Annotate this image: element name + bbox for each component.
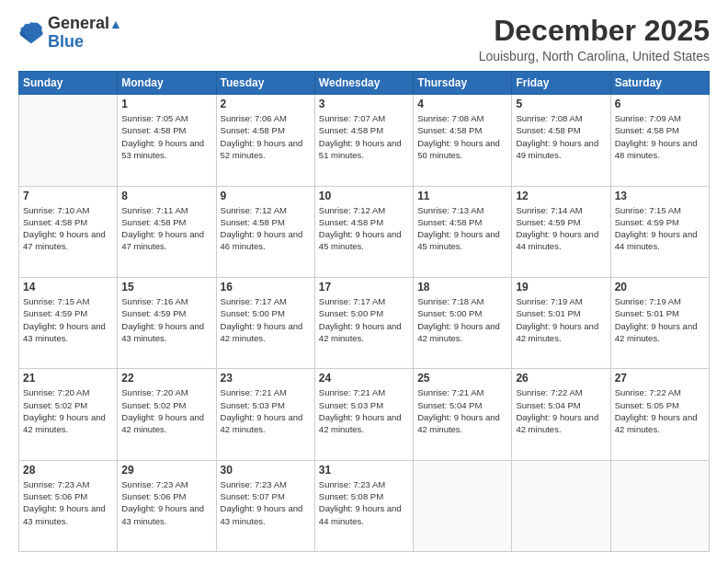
day-number: 13	[615, 190, 705, 202]
day-info: Sunrise: 7:22 AM Sunset: 5:04 PM Dayligh…	[516, 386, 606, 435]
calendar-cell: 13Sunrise: 7:15 AM Sunset: 4:59 PM Dayli…	[610, 186, 709, 277]
calendar-cell: 17Sunrise: 7:17 AM Sunset: 5:00 PM Dayli…	[314, 277, 413, 368]
day-info: Sunrise: 7:12 AM Sunset: 4:58 PM Dayligh…	[319, 204, 409, 253]
day-info: Sunrise: 7:14 AM Sunset: 4:59 PM Dayligh…	[516, 204, 606, 253]
calendar-cell: 1Sunrise: 7:05 AM Sunset: 4:58 PM Daylig…	[118, 95, 216, 186]
calendar-cell: 11Sunrise: 7:13 AM Sunset: 4:58 PM Dayli…	[414, 186, 512, 277]
day-number: 28	[23, 464, 113, 477]
day-number: 6	[615, 98, 705, 110]
calendar-row-1: 1Sunrise: 7:05 AM Sunset: 4:58 PM Daylig…	[19, 95, 710, 186]
day-number: 22	[121, 372, 211, 385]
calendar-cell: 5Sunrise: 7:08 AM Sunset: 4:58 PM Daylig…	[512, 95, 610, 186]
day-info: Sunrise: 7:23 AM Sunset: 5:06 PM Dayligh…	[23, 478, 113, 527]
day-info: Sunrise: 7:23 AM Sunset: 5:08 PM Dayligh…	[319, 478, 409, 527]
day-number: 16	[221, 281, 311, 293]
calendar-cell: 6Sunrise: 7:09 AM Sunset: 4:58 PM Daylig…	[610, 95, 709, 186]
day-number: 26	[516, 372, 606, 385]
day-info: Sunrise: 7:12 AM Sunset: 4:58 PM Dayligh…	[221, 204, 311, 253]
day-number: 18	[417, 281, 507, 293]
calendar-cell: 14Sunrise: 7:15 AM Sunset: 4:59 PM Dayli…	[19, 277, 118, 368]
day-number: 1	[121, 98, 211, 110]
day-number: 19	[516, 281, 606, 293]
day-info: Sunrise: 7:21 AM Sunset: 5:03 PM Dayligh…	[319, 386, 409, 435]
calendar-cell: 21Sunrise: 7:20 AM Sunset: 5:02 PM Dayli…	[19, 369, 118, 460]
day-number: 31	[319, 464, 409, 477]
day-number: 4	[417, 98, 507, 110]
calendar-cell: 8Sunrise: 7:11 AM Sunset: 4:58 PM Daylig…	[118, 186, 216, 277]
day-info: Sunrise: 7:16 AM Sunset: 4:59 PM Dayligh…	[121, 295, 211, 344]
day-info: Sunrise: 7:21 AM Sunset: 5:04 PM Dayligh…	[417, 386, 507, 435]
title-block: December 2025 Louisburg, North Carolina,…	[479, 15, 710, 63]
day-info: Sunrise: 7:19 AM Sunset: 5:01 PM Dayligh…	[615, 295, 705, 344]
col-wednesday: Wednesday	[314, 72, 413, 95]
calendar-cell: 20Sunrise: 7:19 AM Sunset: 5:01 PM Dayli…	[610, 277, 709, 368]
day-info: Sunrise: 7:05 AM Sunset: 4:58 PM Dayligh…	[121, 112, 211, 161]
day-info: Sunrise: 7:09 AM Sunset: 4:58 PM Dayligh…	[615, 112, 705, 161]
calendar-cell: 19Sunrise: 7:19 AM Sunset: 5:01 PM Dayli…	[512, 277, 610, 368]
calendar-cell: 31Sunrise: 7:23 AM Sunset: 5:08 PM Dayli…	[314, 460, 413, 551]
calendar-cell: 25Sunrise: 7:21 AM Sunset: 5:04 PM Dayli…	[414, 369, 512, 460]
calendar-cell: 15Sunrise: 7:16 AM Sunset: 4:59 PM Dayli…	[118, 277, 216, 368]
day-number: 7	[23, 190, 113, 202]
day-number: 11	[417, 190, 507, 202]
calendar-cell: 10Sunrise: 7:12 AM Sunset: 4:58 PM Dayli…	[314, 186, 413, 277]
day-number: 21	[23, 372, 113, 385]
day-info: Sunrise: 7:06 AM Sunset: 4:58 PM Dayligh…	[221, 112, 311, 161]
col-monday: Monday	[118, 72, 216, 95]
day-number: 14	[23, 281, 113, 293]
col-thursday: Thursday	[414, 72, 512, 95]
day-number: 12	[516, 190, 606, 202]
day-number: 17	[319, 281, 409, 293]
calendar-cell: 7Sunrise: 7:10 AM Sunset: 4:58 PM Daylig…	[19, 186, 118, 277]
calendar-row-3: 14Sunrise: 7:15 AM Sunset: 4:59 PM Dayli…	[19, 277, 710, 368]
day-info: Sunrise: 7:10 AM Sunset: 4:58 PM Dayligh…	[23, 204, 113, 253]
day-number: 10	[319, 190, 409, 202]
day-number: 29	[121, 464, 211, 477]
day-number: 15	[121, 281, 211, 293]
calendar-cell: 27Sunrise: 7:22 AM Sunset: 5:05 PM Dayli…	[610, 369, 709, 460]
calendar-cell: 23Sunrise: 7:21 AM Sunset: 5:03 PM Dayli…	[216, 369, 314, 460]
day-number: 24	[319, 372, 409, 385]
calendar-cell	[610, 460, 709, 551]
day-info: Sunrise: 7:20 AM Sunset: 5:02 PM Dayligh…	[121, 386, 211, 435]
day-info: Sunrise: 7:15 AM Sunset: 4:59 PM Dayligh…	[23, 295, 113, 344]
day-info: Sunrise: 7:07 AM Sunset: 4:58 PM Dayligh…	[319, 112, 409, 161]
day-number: 30	[221, 464, 311, 477]
calendar-cell: 12Sunrise: 7:14 AM Sunset: 4:59 PM Dayli…	[512, 186, 610, 277]
col-tuesday: Tuesday	[216, 72, 314, 95]
col-sunday: Sunday	[19, 72, 118, 95]
calendar-cell	[19, 95, 118, 186]
calendar-cell: 22Sunrise: 7:20 AM Sunset: 5:02 PM Dayli…	[118, 369, 216, 460]
day-info: Sunrise: 7:15 AM Sunset: 4:59 PM Dayligh…	[615, 204, 705, 253]
day-info: Sunrise: 7:22 AM Sunset: 5:05 PM Dayligh…	[615, 386, 705, 435]
day-info: Sunrise: 7:23 AM Sunset: 5:06 PM Dayligh…	[121, 478, 211, 527]
calendar-header-row: Sunday Monday Tuesday Wednesday Thursday…	[19, 72, 710, 95]
header: General▲ Blue December 2025 Louisburg, N…	[18, 15, 710, 63]
calendar-table: Sunday Monday Tuesday Wednesday Thursday…	[18, 71, 710, 552]
logo: General▲ Blue	[18, 15, 122, 52]
calendar-cell: 26Sunrise: 7:22 AM Sunset: 5:04 PM Dayli…	[512, 369, 610, 460]
day-info: Sunrise: 7:21 AM Sunset: 5:03 PM Dayligh…	[221, 386, 311, 435]
day-info: Sunrise: 7:08 AM Sunset: 4:58 PM Dayligh…	[417, 112, 507, 161]
page: General▲ Blue December 2025 Louisburg, N…	[0, 0, 728, 563]
calendar-row-4: 21Sunrise: 7:20 AM Sunset: 5:02 PM Dayli…	[19, 369, 710, 460]
calendar-cell	[414, 460, 512, 551]
calendar-cell: 2Sunrise: 7:06 AM Sunset: 4:58 PM Daylig…	[216, 95, 314, 186]
day-number: 25	[417, 372, 507, 385]
day-info: Sunrise: 7:17 AM Sunset: 5:00 PM Dayligh…	[221, 295, 311, 344]
calendar-cell: 18Sunrise: 7:18 AM Sunset: 5:00 PM Dayli…	[414, 277, 512, 368]
day-number: 2	[221, 98, 311, 110]
calendar-cell: 28Sunrise: 7:23 AM Sunset: 5:06 PM Dayli…	[19, 460, 118, 551]
day-info: Sunrise: 7:18 AM Sunset: 5:00 PM Dayligh…	[417, 295, 507, 344]
col-saturday: Saturday	[610, 72, 709, 95]
day-number: 23	[221, 372, 311, 385]
calendar-cell: 29Sunrise: 7:23 AM Sunset: 5:06 PM Dayli…	[118, 460, 216, 551]
day-number: 27	[615, 372, 705, 385]
calendar-cell: 3Sunrise: 7:07 AM Sunset: 4:58 PM Daylig…	[314, 95, 413, 186]
col-friday: Friday	[512, 72, 610, 95]
day-number: 3	[319, 98, 409, 110]
month-title: December 2025	[479, 15, 710, 47]
day-info: Sunrise: 7:13 AM Sunset: 4:58 PM Dayligh…	[417, 204, 507, 253]
day-info: Sunrise: 7:17 AM Sunset: 5:00 PM Dayligh…	[319, 295, 409, 344]
day-number: 5	[516, 98, 606, 110]
